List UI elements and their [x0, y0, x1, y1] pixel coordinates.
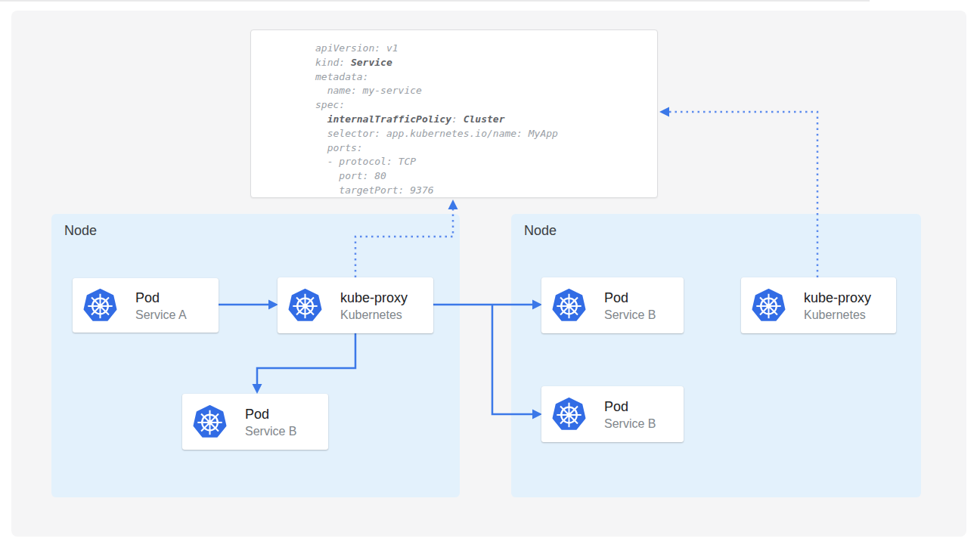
card-title: kube-proxy [340, 289, 408, 307]
kube-proxy-left-card: kube-proxy Kubernetes [278, 277, 433, 333]
card-title: Pod [604, 289, 656, 307]
kubernetes-icon [552, 398, 586, 432]
card-subtitle: Service A [135, 307, 187, 323]
service-yaml-card: apiVersion: v1 kind: Service metadata: n… [250, 29, 658, 198]
yaml-line-internal-traffic-policy: internalTrafficPolicy: Cluster [315, 113, 657, 127]
node-left: Node [51, 214, 460, 497]
kubernetes-icon [552, 289, 586, 323]
kubernetes-icon [288, 289, 322, 323]
yaml-line: selector: app.kubernetes.io/name: MyApp [315, 127, 657, 141]
yaml-line: - protocol: TCP [315, 155, 657, 169]
top-divider [0, 0, 870, 2]
kube-proxy-right-card: kube-proxy Kubernetes [741, 277, 896, 333]
node-right: Node [511, 214, 921, 497]
card-title: Pod [245, 405, 296, 423]
card-subtitle: Service B [245, 423, 296, 439]
yaml-line: port: 80 [315, 169, 657, 184]
pod-service-b-right-bottom-card: Pod Service B [541, 386, 684, 442]
pod-service-a-card: Pod Service A [73, 278, 219, 333]
node-left-label: Node [64, 223, 97, 239]
card-title: Pod [604, 398, 656, 416]
card-subtitle: Service B [604, 416, 656, 432]
pod-service-b-left-card: Pod Service B [182, 394, 328, 450]
card-title: Pod [135, 289, 187, 307]
kubernetes-icon [83, 289, 117, 323]
kubernetes-icon [193, 405, 227, 439]
yaml-line: apiVersion: v1 [315, 42, 657, 56]
node-right-label: Node [524, 223, 557, 239]
pod-service-b-right-top-card: Pod Service B [541, 277, 684, 333]
card-subtitle: Kubernetes [340, 307, 408, 323]
card-title: kube-proxy [804, 289, 871, 307]
diagram-canvas: Node Node apiVersion: v1 kind: Service m… [0, 0, 980, 551]
card-subtitle: Kubernetes [804, 307, 871, 323]
card-subtitle: Service B [604, 307, 656, 323]
yaml-line: spec: [315, 98, 657, 113]
yaml-line: name: my-service [315, 84, 657, 98]
yaml-line: ports: [315, 141, 657, 156]
kubernetes-icon [752, 289, 786, 323]
yaml-line: targetPort: 9376 [315, 184, 657, 198]
yaml-line: metadata: [315, 70, 657, 85]
yaml-line: kind: Service [315, 56, 657, 70]
